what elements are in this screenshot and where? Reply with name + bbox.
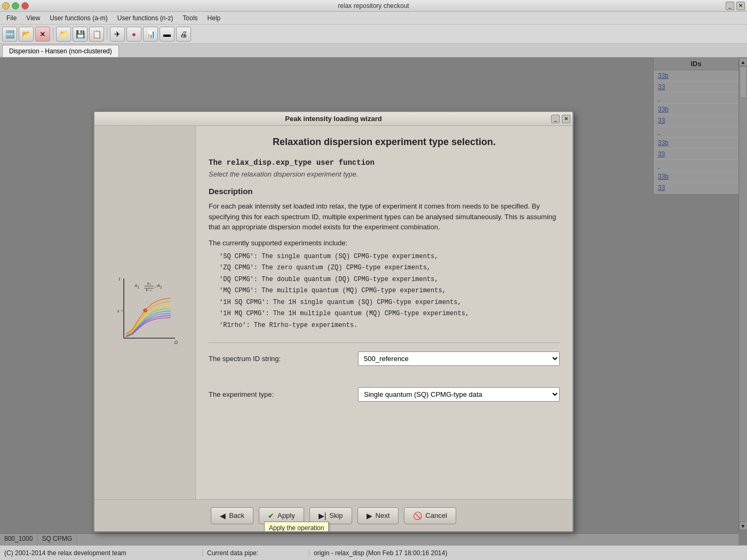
modal-overlay: Peak intensity loading wizard _ ✕ I bbox=[0, 58, 747, 545]
experiments-title: The currently supported experiments incl… bbox=[209, 239, 560, 247]
run-button[interactable]: ✈ bbox=[110, 27, 125, 42]
title-bar: relax repository checkout _ ✕ bbox=[0, 0, 747, 12]
svg-text:k₋₁: k₋₁ bbox=[146, 287, 152, 292]
toolbar-separator-2 bbox=[107, 28, 107, 41]
status-copyright: (C) 2001-2014 the relax development team bbox=[0, 549, 203, 557]
tooltip-text: Apply the operation bbox=[269, 524, 324, 532]
maximize-button[interactable] bbox=[12, 2, 19, 10]
menu-user-functions-am[interactable]: User functions (a-m) bbox=[45, 13, 112, 23]
spectrum-id-label: The spectrum ID string: bbox=[209, 355, 358, 363]
function-subtitle: Select the relaxation dispersion experim… bbox=[209, 170, 560, 178]
spectrum-id-row: The spectrum ID string: 500_reference 80… bbox=[209, 351, 560, 366]
apply-tooltip: Apply the operation bbox=[264, 522, 329, 532]
experiment-type-select[interactable]: Single quantum (SQ) CPMG-type data Zero … bbox=[358, 387, 560, 402]
wizard-body: I Ω A 1 k bbox=[94, 126, 573, 499]
svg-text:k₁: k₁ bbox=[147, 281, 151, 286]
back-label: Back bbox=[229, 511, 244, 519]
exp-item-3: 'MQ CPMG': The multiple quantum (MQ) CPM… bbox=[219, 285, 560, 297]
menu-help[interactable]: Help bbox=[203, 13, 225, 23]
spectrum-id-control[interactable]: 500_reference 800_1000 500_1000 bbox=[358, 351, 560, 366]
divider-1 bbox=[209, 342, 560, 343]
menu-file[interactable]: File bbox=[2, 13, 21, 23]
wizard-main-title: Relaxation dispersion experiment type se… bbox=[209, 137, 560, 148]
wizard-close-btn[interactable]: ✕ bbox=[562, 115, 570, 123]
wizard-footer: ◀ Back ✔ Apply ▶| Skip ▶ Next 🚫 Cance bbox=[94, 499, 573, 531]
toolbar-separator-1 bbox=[53, 28, 53, 41]
title-bar-controls[interactable] bbox=[2, 2, 29, 10]
function-section-title: The relax_disp.exp_type user function bbox=[209, 158, 560, 167]
settings-button[interactable]: ▬ bbox=[160, 27, 174, 42]
bar-chart-button[interactable]: 📊 bbox=[143, 27, 158, 42]
close-file-button[interactable]: ✕ bbox=[35, 27, 50, 42]
svg-point-15 bbox=[143, 309, 146, 312]
minimize-button[interactable] bbox=[2, 2, 10, 10]
toolbar: 🆕 📂 ✕ 📁 💾 📋 ✈ ● 📊 ▬ 🖨 bbox=[0, 25, 747, 44]
wizard-dialog: Peak intensity loading wizard _ ✕ I bbox=[93, 111, 574, 532]
exp-item-2: 'DQ CPMG': The double quantum (DQ) CPMG-… bbox=[219, 274, 560, 286]
open-folder-button[interactable]: 📁 bbox=[56, 27, 71, 42]
exp-item-5: '1H MQ CPMG': The 1H multiple quantum (M… bbox=[219, 308, 560, 320]
exp-item-1: 'ZQ CPMG': The zero quantum (ZQ) CPMG-ty… bbox=[219, 262, 560, 274]
exp-item-4: '1H SQ CPMG': The 1H single quantum (SQ)… bbox=[219, 297, 560, 309]
wizard-title: Peak intensity loading wizard bbox=[285, 115, 382, 123]
cancel-label: Cancel bbox=[425, 511, 447, 519]
menu-view[interactable]: View bbox=[22, 13, 44, 23]
tab-bar: Dispersion - Hansen (non-clustered) bbox=[0, 44, 747, 58]
svg-text:A: A bbox=[134, 283, 137, 288]
wizard-title-controls[interactable]: _ ✕ bbox=[551, 115, 570, 123]
experiment-list: 'SQ CPMG': The single quantum (SQ) CPMG-… bbox=[209, 251, 560, 332]
next-label: Next bbox=[376, 511, 390, 519]
menu-tools[interactable]: Tools bbox=[179, 13, 202, 23]
title-minimize-btn[interactable]: _ bbox=[726, 2, 734, 10]
function-label-text: The relax_disp.exp_type user function bbox=[209, 158, 375, 167]
close-button[interactable] bbox=[21, 2, 29, 10]
status-pipe-label: Current data pipe: bbox=[203, 549, 309, 557]
svg-text:I: I bbox=[118, 276, 120, 282]
apply-label: Apply bbox=[277, 511, 295, 519]
exp-item-6: 'R1rho': The R1rho-type experiments. bbox=[219, 320, 560, 332]
skip-icon: ▶| bbox=[319, 511, 327, 520]
experiment-type-control[interactable]: Single quantum (SQ) CPMG-type data Zero … bbox=[358, 387, 560, 402]
next-button[interactable]: ▶ Next bbox=[357, 507, 399, 524]
svg-text:k⁻¹: k⁻¹ bbox=[117, 309, 123, 314]
menu-bar: File View User functions (a-m) User func… bbox=[0, 12, 747, 25]
exp-item-0: 'SQ CPMG': The single quantum (SQ) CPMG-… bbox=[219, 251, 560, 263]
status-pipe-value: origin - relax_disp (Mon Feb 17 18:00:16… bbox=[309, 549, 747, 557]
main-area: IDs 33b 33 33b 33 33b 33 33b 33 ▲ ▼ 800_… bbox=[0, 58, 747, 545]
apply-icon: ✔ bbox=[268, 511, 274, 520]
app-title: relax repository checkout bbox=[338, 2, 409, 10]
svg-text:A: A bbox=[156, 283, 160, 288]
tab-dispersion[interactable]: Dispersion - Hansen (non-clustered) bbox=[2, 45, 119, 57]
cancel-button[interactable]: 🚫 Cancel bbox=[404, 507, 456, 524]
wizard-illustration: I Ω A 1 k bbox=[94, 126, 196, 499]
experiment-type-row: The experiment type: Single quantum (SQ)… bbox=[209, 387, 560, 402]
print-button[interactable]: 🖨 bbox=[176, 27, 191, 42]
new-button[interactable]: 🆕 bbox=[2, 27, 17, 42]
description-para1: For each peak intensity set loaded into … bbox=[209, 201, 560, 233]
svg-text:2: 2 bbox=[160, 285, 162, 289]
skip-label: Skip bbox=[329, 511, 343, 519]
description-title: Description bbox=[209, 187, 560, 196]
status-bar: (C) 2001-2014 the relax development team… bbox=[0, 545, 747, 560]
next-icon: ▶ bbox=[367, 511, 372, 520]
open-button[interactable]: 📂 bbox=[19, 27, 34, 42]
experiment-type-label: The experiment type: bbox=[209, 390, 358, 398]
chart-button[interactable]: ● bbox=[126, 27, 141, 42]
back-icon: ◀ bbox=[220, 511, 226, 520]
save-as-button[interactable]: 📋 bbox=[89, 27, 104, 42]
title-close-btn[interactable]: ✕ bbox=[736, 2, 745, 10]
svg-text:Ω: Ω bbox=[174, 340, 178, 345]
wizard-minimize-btn[interactable]: _ bbox=[551, 115, 560, 123]
save-button[interactable]: 💾 bbox=[73, 27, 88, 42]
spacer bbox=[209, 377, 560, 387]
wizard-content: Relaxation dispersion experiment type se… bbox=[196, 126, 573, 499]
cancel-icon: 🚫 bbox=[413, 511, 422, 520]
back-button[interactable]: ◀ Back bbox=[211, 507, 253, 524]
menu-user-functions-nz[interactable]: User functions (n-z) bbox=[113, 13, 178, 23]
spectrum-id-select[interactable]: 500_reference 800_1000 500_1000 bbox=[358, 351, 560, 366]
wizard-title-bar: Peak intensity loading wizard _ ✕ bbox=[94, 112, 573, 126]
illustration-svg: I Ω A 1 k bbox=[102, 270, 188, 355]
svg-text:1: 1 bbox=[137, 285, 139, 289]
title-right-controls[interactable]: _ ✕ bbox=[726, 2, 745, 10]
